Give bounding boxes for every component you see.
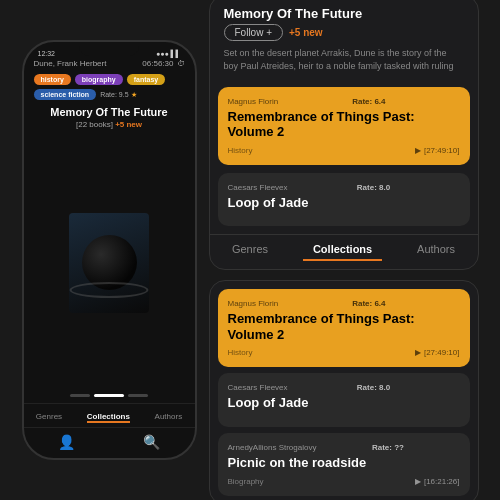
bottom-book-1-genre: History: [228, 348, 253, 357]
phone-bottom-nav: 👤 🔍: [24, 427, 195, 458]
tag-history[interactable]: history: [34, 74, 71, 85]
status-signal: ●●● ▌▌: [156, 50, 181, 57]
dot-2-active: [94, 394, 124, 397]
bottom-book-3-header: ArnedyAllions Strogalovy Rate: ??: [228, 443, 460, 455]
book-cover: [69, 213, 149, 313]
bottom-book-2-author: Caesars Fleevex: [228, 383, 288, 392]
bottom-book-2-title: Loop of Jade: [228, 395, 460, 411]
bottom-book-1-footer: History ▶ [27:49:10]: [228, 348, 460, 357]
book-card-1-genre: History: [228, 146, 253, 155]
card-tab-collections[interactable]: Collections: [303, 243, 382, 261]
bottom-book-3-duration: ▶ [16:21:26]: [415, 477, 460, 486]
phone-tab-authors[interactable]: Authors: [155, 410, 183, 423]
card-tab-authors[interactable]: Authors: [407, 243, 465, 261]
phone-mockup: 12:32 ●●● ▌▌ Dune, Frank Herbert 06:56:3…: [22, 40, 197, 460]
follow-button[interactable]: Follow +: [224, 24, 284, 41]
book-card-1-rate: Rate: 6.4: [352, 97, 385, 106]
bottom-card-inner: Magnus Florin Rate: 6.4 Remembrance of T…: [210, 281, 478, 500]
bottom-book-2[interactable]: Caesars Fleevex Rate: 8.0 Loop of Jade: [218, 373, 470, 427]
expanded-description: Set on the desert planet Arrakis, Dune i…: [224, 47, 464, 72]
bottom-book-1-duration: ▶ [27:49:10]: [415, 348, 460, 357]
tags-row: history biography fantasy science fictio…: [34, 74, 185, 100]
bottom-book-1-title: Remembrance of Things Past: Volume 2: [228, 311, 460, 342]
bottom-book-2-rate: Rate: 8.0: [357, 383, 390, 392]
book-card-2-author: Caesars Fleevex: [228, 183, 288, 192]
expanded-subtitle: Follow + +5 new: [224, 24, 464, 41]
phone-tab-genres[interactable]: Genres: [36, 410, 62, 423]
card-tabs: Genres Collections Authors: [210, 234, 478, 269]
bottom-book-3-title: Picnic on the roadside: [228, 455, 460, 471]
search-icon[interactable]: 🔍: [143, 434, 160, 450]
tag-biography[interactable]: biography: [75, 74, 123, 85]
book-cover-area: [34, 137, 185, 388]
new-badge: +5 new: [115, 120, 142, 129]
bottom-book-1-header: Magnus Florin Rate: 6.4: [228, 299, 460, 311]
status-time: 12:32: [38, 50, 56, 57]
book-card-1-header: Magnus Florin Rate: 6.4: [228, 97, 460, 109]
card-tab-genres[interactable]: Genres: [222, 243, 278, 261]
dot-1: [70, 394, 90, 397]
expanded-card-header: Memory Of The Future Follow + +5 new Set…: [210, 0, 478, 87]
bottom-book-1-author: Magnus Florin: [228, 299, 279, 308]
timer-icon: ⏱: [177, 59, 185, 68]
rate-display: Rate: 9.5 ★: [100, 89, 136, 100]
book-card-2-rate: Rate: 8.0: [357, 183, 390, 192]
book-card-1-title: Remembrance of Things Past: Volume 2: [228, 109, 460, 140]
phone-tabs: Genres Collections Authors: [24, 403, 195, 427]
book-card-2-title: Loop of Jade: [228, 195, 460, 211]
phone-notch: [79, 42, 139, 56]
bottom-book-1-rate: Rate: 6.4: [352, 299, 385, 308]
bottom-book-3-rate: Rate: ??: [372, 443, 404, 452]
phone-header: Dune, Frank Herbert 06:56:30 ⏱: [34, 59, 185, 68]
new-tag: +5 new: [289, 27, 323, 38]
profile-icon[interactable]: 👤: [58, 434, 75, 450]
right-panel: Memory Of The Future Follow + +5 new Set…: [209, 0, 479, 500]
bottom-book-2-header: Caesars Fleevex Rate: 8.0: [228, 383, 460, 395]
tag-fantasy[interactable]: fantasy: [127, 74, 166, 85]
play-icon-b3: ▶: [415, 477, 421, 486]
phone-content: Dune, Frank Herbert 06:56:30 ⏱ history b…: [24, 59, 195, 403]
phone-tab-collections[interactable]: Collections: [87, 410, 130, 423]
star-icon: ★: [131, 91, 137, 99]
dot-3: [128, 394, 148, 397]
expanded-title: Memory Of The Future: [224, 6, 464, 21]
book-title: Memory Of The Future: [34, 106, 185, 118]
book-card-1-duration: ▶ [27:49:10]: [415, 146, 460, 155]
progress-dots: [34, 388, 185, 403]
book-card-1[interactable]: Magnus Florin Rate: 6.4 Remembrance of T…: [218, 87, 470, 165]
book-card-1-footer: History ▶ [27:49:10]: [228, 146, 460, 155]
bottom-book-3[interactable]: ArnedyAllions Strogalovy Rate: ?? Picnic…: [218, 433, 470, 496]
book-card-1-author: Magnus Florin: [228, 97, 279, 106]
play-icon-b1: ▶: [415, 348, 421, 357]
bottom-card: Magnus Florin Rate: 6.4 Remembrance of T…: [209, 280, 479, 500]
phone-header-time: 06:56:30 ⏱: [142, 59, 184, 68]
play-icon-1: ▶: [415, 146, 421, 155]
planet-graphic: [82, 235, 137, 290]
phone-header-title: Dune, Frank Herbert: [34, 59, 107, 68]
bottom-book-3-genre: Biography: [228, 477, 264, 486]
book-card-2-header: Caesars Fleevex Rate: 8.0: [228, 183, 460, 195]
book-subtitle: [22 books] +5 new: [34, 120, 185, 129]
book-card-2[interactable]: Caesars Fleevex Rate: 8.0 Loop of Jade: [218, 173, 470, 227]
expanded-card: Memory Of The Future Follow + +5 new Set…: [209, 0, 479, 270]
tag-scifi[interactable]: science fiction: [34, 89, 97, 100]
bottom-book-3-footer: Biography ▶ [16:21:26]: [228, 477, 460, 486]
bottom-book-1[interactable]: Magnus Florin Rate: 6.4 Remembrance of T…: [218, 289, 470, 367]
bottom-book-3-author: ArnedyAllions Strogalovy: [228, 443, 317, 452]
